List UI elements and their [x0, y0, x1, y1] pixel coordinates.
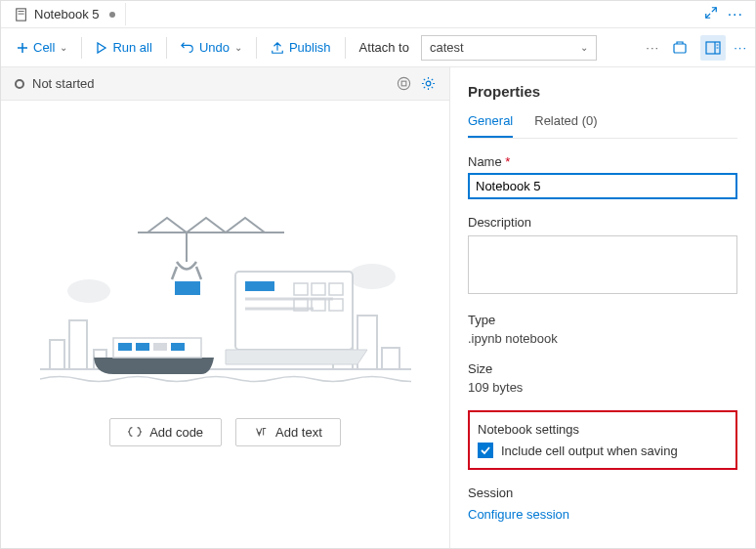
svg-rect-16	[245, 281, 274, 291]
notebook-tab[interactable]: Notebook 5	[5, 3, 126, 25]
plus-icon	[17, 42, 28, 54]
add-text-label: Add text	[275, 425, 322, 440]
svg-rect-0	[17, 8, 26, 20]
add-text-button[interactable]: Add text	[235, 418, 341, 446]
chevron-down-icon: ⌄	[580, 42, 588, 53]
more-icon[interactable]: ···	[728, 6, 743, 23]
session-label: Session	[468, 486, 737, 500]
main-area: Not started	[1, 67, 755, 548]
description-label: Description	[468, 215, 737, 230]
attach-label-text: Attach to	[359, 40, 409, 55]
checkbox-label: Include cell output when saving	[501, 443, 678, 458]
add-code-button[interactable]: Add code	[109, 418, 222, 446]
chevron-down-icon: ⌄	[234, 42, 242, 53]
more-icon[interactable]: ···	[734, 40, 747, 55]
name-input[interactable]	[468, 173, 737, 199]
svg-rect-29	[171, 343, 185, 351]
undo-button[interactable]: Undo ⌄	[173, 36, 250, 59]
svg-rect-14	[175, 281, 200, 295]
svg-rect-3	[674, 44, 686, 53]
svg-rect-27	[136, 343, 149, 351]
notebook-settings-section: Notebook settings Include cell output wh…	[468, 410, 737, 470]
notebook-panel: Not started	[1, 67, 450, 548]
stop-icon[interactable]	[397, 76, 411, 91]
undo-label: Undo	[199, 40, 230, 55]
code-icon	[128, 425, 142, 439]
field-size: Size 109 bytes	[468, 361, 737, 395]
size-label: Size	[468, 361, 737, 376]
tab-title: Notebook 5	[34, 7, 100, 21]
type-label: Type	[468, 313, 737, 327]
chevron-down-icon: ⌄	[60, 42, 67, 53]
properties-panel-icon[interactable]	[700, 35, 726, 61]
svg-point-12	[349, 264, 396, 289]
tab-general[interactable]: General	[468, 113, 513, 138]
properties-panel: Properties General Related (0) Name * De…	[450, 67, 755, 548]
add-cell-button[interactable]: Cell ⌄	[9, 36, 75, 59]
svg-point-10	[426, 81, 431, 86]
svg-point-11	[67, 279, 110, 303]
svg-rect-26	[118, 343, 132, 351]
run-all-button[interactable]: Run all	[88, 36, 159, 59]
publish-icon	[271, 41, 284, 55]
size-value: 109 bytes	[468, 380, 737, 395]
field-session: Session Configure session	[468, 486, 737, 522]
text-icon	[254, 425, 268, 439]
settings-label: Notebook settings	[478, 422, 728, 437]
field-type: Type .ipynb notebook	[468, 313, 737, 346]
properties-title: Properties	[468, 83, 737, 100]
type-value: .ipynb notebook	[468, 331, 737, 346]
tab-bar: Notebook 5 ···	[1, 1, 755, 28]
description-input[interactable]	[468, 235, 737, 294]
gear-icon[interactable]	[421, 76, 436, 91]
cell-label: Cell	[33, 40, 55, 55]
notebook-icon	[15, 8, 28, 21]
status-bar: Not started	[1, 67, 449, 101]
name-label: Name *	[468, 154, 737, 169]
more-icon[interactable]: ···	[646, 40, 659, 55]
svg-point-8	[398, 77, 409, 89]
properties-tabs: General Related (0)	[468, 113, 737, 139]
expand-icon[interactable]	[704, 6, 718, 20]
check-icon	[481, 445, 490, 455]
field-description: Description	[468, 215, 737, 297]
run-all-label: Run all	[112, 40, 151, 55]
svg-rect-28	[153, 343, 167, 351]
add-code-label: Add code	[149, 425, 203, 440]
svg-rect-9	[401, 81, 406, 86]
attach-value: catest	[430, 40, 464, 55]
empty-state: Add code Add text	[1, 101, 449, 548]
tab-related[interactable]: Related (0)	[534, 113, 597, 138]
status-dot-icon	[15, 79, 24, 89]
configure-session-link[interactable]: Configure session	[468, 507, 569, 522]
variables-icon[interactable]	[667, 35, 693, 61]
undo-icon	[181, 41, 194, 55]
field-name: Name *	[468, 154, 737, 199]
attach-to-select[interactable]: catest ⌄	[421, 35, 597, 61]
publish-label: Publish	[289, 40, 331, 55]
empty-illustration	[40, 203, 411, 399]
play-icon	[96, 42, 107, 54]
publish-button[interactable]: Publish	[263, 36, 339, 59]
attach-to-label: Attach to	[352, 36, 417, 59]
status-text: Not started	[32, 76, 95, 91]
include-output-checkbox[interactable]	[478, 443, 493, 458]
toolbar: Cell ⌄ Run all Undo ⌄ Publish Attach to …	[1, 28, 755, 67]
unsaved-indicator-icon	[109, 12, 115, 18]
